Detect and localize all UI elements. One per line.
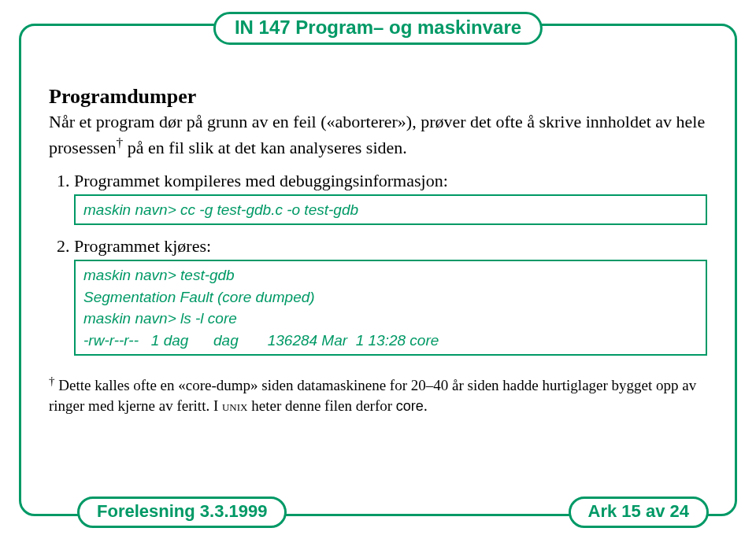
footer-left-lozenge: Forelesning 3.3.1999: [77, 497, 287, 528]
step-1-text: Programmet kompileres med debuggingsinfo…: [74, 171, 448, 190]
code-box-1: maskin navn> cc -g test-gdb.c -o test-gd…: [74, 194, 707, 226]
step-1: Programmet kompileres med debuggingsinfo…: [74, 171, 707, 226]
footnote-code: core: [396, 398, 424, 414]
footnote: † Dette kalles ofte en «core-dump» siden…: [49, 373, 707, 416]
section-heading: Programdumper: [49, 85, 707, 109]
content-area: Programdumper Når et program dør på grun…: [49, 85, 707, 416]
footer-left-text: Forelesning 3.3.1999: [97, 501, 267, 521]
step-2: Programmet kjøres: maskin navn> test-gdb…: [74, 236, 707, 356]
intro-text-2: på en fil slik at det kan analyseres sid…: [123, 138, 406, 157]
footer-right-text: Ark 15 av 24: [588, 501, 689, 521]
course-title-lozenge: IN 147 Program– og maskinvare: [213, 12, 543, 45]
footnote-period: .: [424, 397, 428, 414]
footer-right-lozenge: Ark 15 av 24: [569, 497, 709, 528]
course-title-text: IN 147 Program– og maskinvare: [235, 17, 521, 38]
footnote-dagger: †: [49, 374, 55, 387]
intro-paragraph: Når et program dør på grunn av en feil (…: [49, 110, 707, 160]
footnote-tail: heter denne filen derfor: [247, 397, 395, 414]
step-2-text: Programmet kjøres:: [74, 236, 211, 256]
steps-list: Programmet kompileres med debuggingsinfo…: [49, 171, 707, 356]
code-box-2: maskin navn> test-gdb Segmentation Fault…: [74, 260, 707, 356]
footnote-unix: unix: [222, 397, 248, 414]
